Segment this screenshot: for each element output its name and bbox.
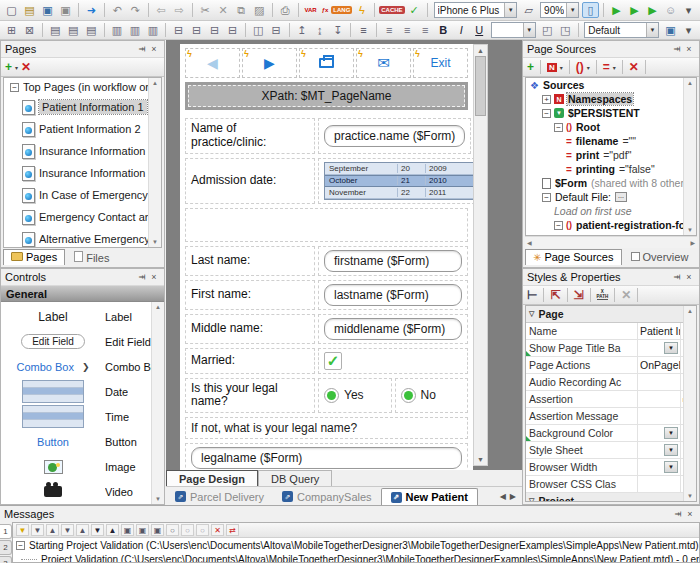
pages-tree-scrollbar[interactable]: ▲▼ [148,78,161,247]
pin-icon[interactable]: Ŧ [672,509,684,519]
property-value[interactable] [638,391,680,407]
pin-icon[interactable]: Ŧ [136,272,148,282]
property-row[interactable]: Show Page Title Ba▼ [526,340,696,357]
save-all-icon[interactable]: ▣ [57,2,74,18]
zoom-select[interactable]: 90%▼ [540,2,579,18]
split-vertical-icon[interactable]: ⊟ [268,22,285,38]
device-select[interactable]: iPhone 6 Plus▼ [434,2,518,18]
page-item[interactable]: Alternative Emergency Cor [4,228,161,248]
tab-pages[interactable]: Pages [3,249,65,265]
control-item-combobox[interactable]: Combo Box❯Combo Box [1,354,164,379]
expand-parents-icon[interactable]: ⇱ [550,288,560,302]
close-icon[interactable]: × [683,272,695,282]
scroll-up-icon[interactable]: ▲ [477,47,484,54]
property-value[interactable]: OnPageLoad [638,357,680,373]
edit-field[interactable]: practice.name ($Form) [324,125,465,147]
add-page-dropdown-icon[interactable]: ▾ [15,64,18,71]
pages-tree-root[interactable]: −Top Pages (in workflow order) [4,78,161,96]
project-tab-scroll[interactable]: ◀▶ [500,488,522,505]
property-value[interactable] [638,476,680,492]
dropdown-icon[interactable]: ▼ [664,461,678,473]
property-row[interactable]: Assertion Message [526,408,696,425]
tab-files[interactable]: Files [66,249,117,267]
bold-icon[interactable]: B [435,22,452,38]
validate-icon[interactable]: ✓ [406,2,423,18]
toolbar2-overflow-icon[interactable]: ▾ [680,22,697,38]
close-icon[interactable]: × [684,509,696,519]
property-row[interactable]: Page ActionsOnPageLoad... [526,357,696,374]
join-above-icon[interactable]: ⊟ [206,22,223,38]
insert-column-right-icon[interactable]: ▥ [126,22,143,38]
property-row[interactable]: Audio Recording Ac... [526,374,696,391]
page-item[interactable]: Insurance Information 1 [4,140,161,162]
page-forward-button[interactable]: ϟ▶ [242,48,297,78]
add-namespace-icon[interactable]: N [547,63,557,72]
style-select[interactable]: Default▼ [584,22,659,38]
property-row[interactable]: AssertionXPATH [526,391,696,408]
property-value[interactable] [638,374,680,390]
close-icon[interactable]: × [148,44,160,54]
radio-option-no[interactable]: No [395,378,469,414]
project-tab-new-patient[interactable]: ⇗New Patient [381,488,478,505]
localization-icon[interactable]: LANG [331,6,352,14]
paste-icon[interactable]: ▨ [251,2,268,18]
delete-table-icon[interactable]: ⊠ [21,22,38,38]
page-item[interactable]: Emergency Contact and Me [4,206,161,228]
browse-button[interactable]: ... [615,192,627,202]
collapse-icon[interactable]: − [542,109,551,118]
device-frame-toggle-icon[interactable]: ▯ [582,2,599,18]
property-section-page[interactable]: ▽Page [526,306,696,323]
simulate-icon[interactable]: ▶ [608,2,625,18]
collapse-icon[interactable]: − [554,221,563,230]
chevron-down-icon[interactable]: ▼ [646,23,658,37]
chevron-down-icon[interactable]: ▼ [504,3,516,17]
copy-line-icon[interactable]: ▣ [121,524,134,536]
list-icon[interactable]: ≡ [355,22,372,38]
xpath-edit-icon[interactable]: XPATH [597,290,609,301]
collapse-icon[interactable]: − [542,193,551,202]
copy-message-icon[interactable]: ▣ [136,524,149,536]
page-item[interactable]: Patient Information 2 [4,118,161,140]
control-item-date[interactable]: Date [1,379,164,404]
delete-row-icon[interactable]: ▤ [83,22,100,38]
actions-flash-icon[interactable]: ϟ [353,2,370,18]
property-value[interactable]: ▼ [638,340,680,356]
prev-message-icon[interactable]: ▲ [46,524,59,536]
pin-icon[interactable]: Ŧ [671,44,683,54]
control-item-button[interactable]: ButtonButton [1,429,164,454]
device-switch-icon[interactable]: ▱ [520,2,537,18]
next-error-icon[interactable]: ▼ [91,524,104,536]
property-value[interactable]: Patient Information 1 [638,323,680,339]
back-icon[interactable]: ⇦ [153,2,170,18]
source-tree-row[interactable]: −Default File:... [526,190,696,204]
tab-page-design[interactable]: Page Design [166,470,258,486]
radio-option-yes[interactable]: Yes [318,378,392,414]
project-tab-parcel-delivery[interactable]: ⇗Parcel Delivery [166,488,273,505]
add-element-icon[interactable]: () [576,60,584,74]
page-item[interactable]: Patient Information 1 [4,96,161,118]
page-title-bar[interactable]: XPath: $MT_PageName [185,82,468,110]
add-source-icon[interactable]: + [527,60,534,74]
align-right-icon[interactable]: ≡ [417,22,434,38]
align-center-icon[interactable]: ≡ [399,22,416,38]
simulate-on-server-icon[interactable]: ▶ [644,2,661,18]
next-warning-icon[interactable]: ▼ [61,524,74,536]
simulate-on-device-icon[interactable]: ▶ [626,2,643,18]
message-line[interactable]: Project Validation (C:\Users\enc\Documen… [13,552,699,563]
radio-icon[interactable] [401,388,416,403]
align-left-icon[interactable]: ≡ [381,22,398,38]
page-design-sheet[interactable]: ϟ◀ϟ▶ϟϟ✉ϟExit XPath: $MT_PageName Name of… [180,44,473,470]
page-exit-button[interactable]: ϟExit [413,48,468,78]
new-file-icon[interactable]: ▢ [3,2,20,18]
messages-tab-3[interactable]: 3 [0,556,12,563]
copy-all-icon[interactable]: ▣ [151,524,164,536]
toolbar-overflow-icon[interactable]: ▾ [680,2,697,18]
control-item-time[interactable]: Time [1,404,164,429]
italic-icon[interactable]: I [453,22,470,38]
source-tree-row[interactable]: =print="pdf" [526,148,696,162]
insert-table-icon[interactable]: ⊞ [3,22,20,38]
find-icon[interactable]: ○ [166,524,179,536]
cut-icon[interactable]: ✂ [197,2,214,18]
control-item-image[interactable]: Image [1,454,164,479]
page-print-button[interactable]: ϟ [299,48,354,78]
